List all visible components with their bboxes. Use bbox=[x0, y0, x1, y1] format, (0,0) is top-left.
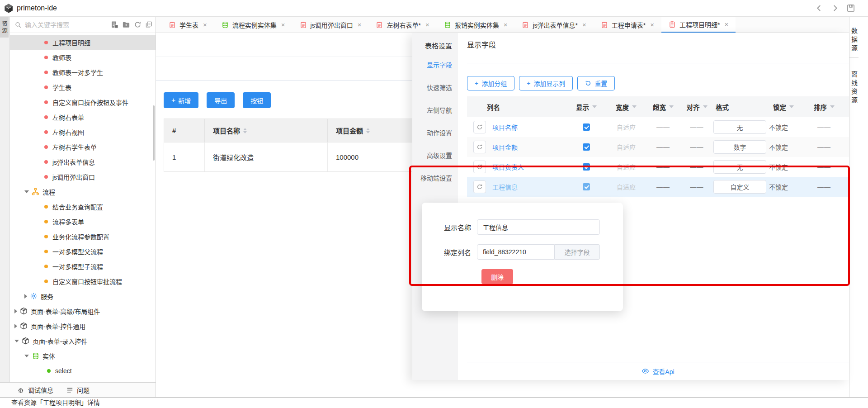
datasource-vertical-tab[interactable]: 数据源 bbox=[849, 17, 859, 58]
row-refresh-button[interactable] bbox=[473, 121, 486, 133]
tree-item-1[interactable]: 教师表 bbox=[10, 50, 156, 65]
editor-tab-7[interactable]: 工程项目明细*× bbox=[661, 17, 736, 33]
filter-caret-icon[interactable] bbox=[592, 105, 597, 108]
action-button-1[interactable]: 导出 bbox=[207, 92, 235, 108]
filter-caret-icon[interactable] bbox=[830, 105, 835, 108]
bind-column-input[interactable] bbox=[477, 244, 555, 260]
settings-toolbar-button-1[interactable]: +添加显示列 bbox=[519, 76, 573, 90]
editor-tab-5[interactable]: js弹出表单信息*× bbox=[514, 17, 593, 33]
collapse-all-icon[interactable] bbox=[145, 21, 153, 29]
tree-item-5[interactable]: 左树右表单 bbox=[10, 109, 156, 124]
caret-icon[interactable] bbox=[24, 355, 29, 357]
settings-menu-item-2[interactable]: 左侧导航 bbox=[412, 99, 458, 122]
doc-export-icon[interactable] bbox=[111, 21, 119, 29]
tree-item-15[interactable]: 一对多模型子流程 bbox=[10, 259, 156, 274]
tree-item-4[interactable]: 自定义窗口操作按钮及事件 bbox=[10, 95, 156, 109]
column-name-link[interactable]: 工程信息 bbox=[492, 182, 518, 191]
editor-tab-0[interactable]: 学生表× bbox=[161, 17, 214, 33]
tree-item-11[interactable]: 结合业务查询配置 bbox=[10, 199, 156, 214]
resource-vertical-tab[interactable]: 资源 bbox=[0, 17, 9, 38]
editor-tab-1[interactable]: 流程实例实体集× bbox=[214, 17, 292, 33]
visible-checkbox[interactable] bbox=[583, 183, 590, 190]
close-icon[interactable]: × bbox=[425, 21, 429, 28]
caret-icon[interactable] bbox=[14, 340, 19, 342]
format-select[interactable]: 无 bbox=[713, 160, 766, 174]
folder-add-icon[interactable] bbox=[122, 21, 130, 29]
nav-forward-icon[interactable] bbox=[830, 4, 840, 13]
column-name-link[interactable]: 项目名称 bbox=[492, 123, 518, 132]
visible-checkbox[interactable] bbox=[583, 123, 590, 131]
settings-menu-item-1[interactable]: 快速筛选 bbox=[412, 76, 458, 99]
settings-menu-item-0[interactable]: 显示字段 bbox=[412, 54, 458, 76]
tree-item-3[interactable]: 学生表 bbox=[10, 80, 156, 95]
filter-caret-icon[interactable] bbox=[789, 105, 794, 108]
project-table-col-1[interactable]: 项目名称 bbox=[205, 119, 328, 142]
tree-item-6[interactable]: 左树右视图 bbox=[10, 124, 156, 139]
sidebar-scrollbar[interactable] bbox=[153, 105, 155, 161]
visible-checkbox[interactable] bbox=[583, 163, 590, 171]
tree-item-13[interactable]: 业务化流程参数配置 bbox=[10, 229, 156, 244]
editor-tab-2[interactable]: js调用弹出窗口× bbox=[292, 17, 369, 33]
tree-item-16[interactable]: 自定义窗口按钮审批流程 bbox=[10, 274, 156, 289]
row-refresh-button[interactable] bbox=[473, 161, 486, 173]
select-field-button[interactable]: 选择字段 bbox=[555, 244, 600, 260]
close-icon[interactable]: × bbox=[358, 21, 362, 28]
editor-tab-3[interactable]: 左树右表单*× bbox=[368, 17, 436, 33]
settings-toolbar-button-0[interactable]: +添加分组 bbox=[467, 76, 514, 90]
caret-icon[interactable] bbox=[14, 309, 17, 313]
tree-item-8[interactable]: js弹出表单信息 bbox=[10, 154, 156, 169]
close-icon[interactable]: × bbox=[650, 21, 654, 28]
tree-item-0[interactable]: 工程项目明细 bbox=[10, 35, 156, 50]
close-icon[interactable]: × bbox=[582, 21, 586, 28]
tree-item-2[interactable]: 教师表一对多学生 bbox=[10, 65, 156, 80]
settings-menu-item-3[interactable]: 动作设置 bbox=[412, 122, 458, 144]
display-name-input[interactable] bbox=[477, 219, 600, 235]
search-input[interactable] bbox=[25, 21, 109, 28]
action-button-0[interactable]: +新增 bbox=[164, 92, 198, 108]
close-icon[interactable]: × bbox=[281, 21, 285, 28]
refresh-icon[interactable] bbox=[133, 21, 142, 29]
sort-arrows-icon[interactable] bbox=[366, 128, 370, 133]
tree-item-21[interactable]: 实体 bbox=[10, 348, 156, 363]
delete-button[interactable]: 删除 bbox=[481, 269, 513, 284]
tree-item-14[interactable]: 一对多模型父流程 bbox=[10, 244, 156, 259]
column-name-link[interactable]: 项目金额 bbox=[492, 142, 518, 152]
tree-item-7[interactable]: 左树右学生表单 bbox=[10, 139, 156, 154]
tree-item-9[interactable]: js调用弹出窗口 bbox=[10, 169, 156, 184]
problems-tab[interactable]: 问题 bbox=[66, 385, 90, 394]
close-icon[interactable]: × bbox=[504, 21, 508, 28]
view-api-link[interactable]: 查看Api bbox=[467, 362, 849, 380]
caret-icon[interactable] bbox=[24, 190, 29, 193]
action-button-2[interactable]: 按钮 bbox=[243, 92, 271, 108]
visible-checkbox[interactable] bbox=[583, 143, 590, 151]
editor-tab-6[interactable]: 工程申请表*× bbox=[594, 17, 661, 33]
editor-tab-4[interactable]: 报销实例实体集× bbox=[437, 17, 515, 33]
format-select[interactable]: 数字 bbox=[713, 140, 766, 154]
caret-icon[interactable] bbox=[24, 294, 27, 299]
close-icon[interactable]: × bbox=[724, 20, 728, 28]
format-select[interactable]: 自定义 bbox=[713, 180, 766, 194]
offline-resource-vertical-tab[interactable]: 离线资源 bbox=[849, 58, 859, 112]
tree-item-22[interactable]: select bbox=[10, 363, 156, 378]
caret-icon[interactable] bbox=[14, 324, 17, 328]
tree-item-10[interactable]: 流程 bbox=[10, 184, 156, 199]
tree-item-18[interactable]: 页面-表单-高级/布局组件 bbox=[10, 304, 156, 318]
debug-info-tab[interactable]: 调试信息 bbox=[17, 385, 53, 394]
filter-caret-icon[interactable] bbox=[669, 105, 674, 108]
close-icon[interactable]: × bbox=[203, 21, 207, 28]
format-select[interactable]: 无 bbox=[713, 120, 766, 134]
column-name-link[interactable]: 项目负责人 bbox=[492, 162, 524, 171]
nav-back-icon[interactable] bbox=[815, 4, 824, 13]
tree-item-17[interactable]: 服务 bbox=[10, 289, 156, 304]
tree-item-20[interactable]: 页面-表单-录入控件 bbox=[10, 333, 156, 348]
filter-caret-icon[interactable] bbox=[703, 105, 708, 108]
settings-menu-item-5[interactable]: 移动端设置 bbox=[412, 167, 458, 190]
sort-arrows-icon[interactable] bbox=[243, 128, 247, 133]
row-refresh-button[interactable] bbox=[473, 180, 486, 193]
tree-item-12[interactable]: 流程多表单 bbox=[10, 214, 156, 229]
row-refresh-button[interactable] bbox=[473, 141, 486, 153]
save-icon[interactable] bbox=[846, 4, 855, 13]
tree-item-19[interactable]: 页面-表单-控件通用 bbox=[10, 318, 156, 333]
settings-toolbar-button-2[interactable]: 重置 bbox=[577, 76, 615, 90]
filter-caret-icon[interactable] bbox=[632, 105, 637, 108]
